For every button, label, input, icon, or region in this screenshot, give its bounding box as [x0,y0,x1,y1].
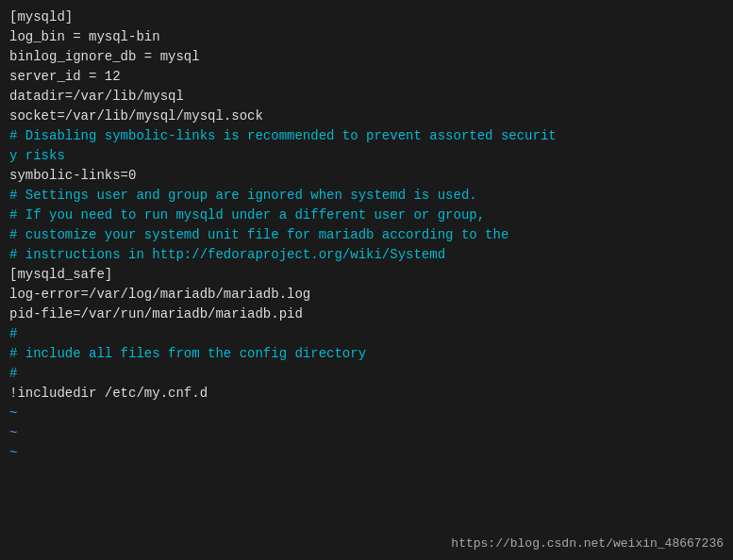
code-line: ~ [9,404,724,423]
code-line: y risks [9,146,724,166]
url-bar: https://blog.csdn.net/weixin_48667236 [451,535,724,553]
code-line: # Disabling symbolic-links is recommende… [9,126,724,146]
code-line: # Settings user and group are ignored wh… [9,186,724,206]
code-line: log-error=/var/log/mariadb/mariadb.log [9,285,724,305]
code-content: [mysqld]log_bin = mysql-binbinlog_ignore… [9,8,724,463]
code-line: # instructions in http://fedoraproject.o… [9,245,724,265]
code-line: [mysqld_safe] [9,265,724,285]
code-line: server_id = 12 [9,67,724,87]
code-line: # [9,324,724,344]
code-line: # [9,364,724,384]
code-line: symbolic-links=0 [9,166,724,186]
code-line: socket=/var/lib/mysql/mysql.sock [9,107,724,126]
code-line: datadir=/var/lib/mysql [9,87,724,107]
code-line: binlog_ignore_db = mysql [9,47,724,67]
code-line: ~ [9,443,724,463]
code-line: # include all files from the config dire… [9,344,724,364]
code-line: # customize your systemd unit file for m… [9,225,724,245]
code-line: log_bin = mysql-bin [9,27,724,47]
code-line: [mysqld] [9,8,724,27]
code-line: !includedir /etc/my.cnf.d [9,384,724,404]
code-line: ~ [9,423,724,443]
terminal-window: [mysqld]log_bin = mysql-binbinlog_ignore… [0,0,733,560]
code-line: # If you need to run mysqld under a diff… [9,206,724,225]
code-line: pid-file=/var/run/mariadb/mariadb.pid [9,305,724,324]
